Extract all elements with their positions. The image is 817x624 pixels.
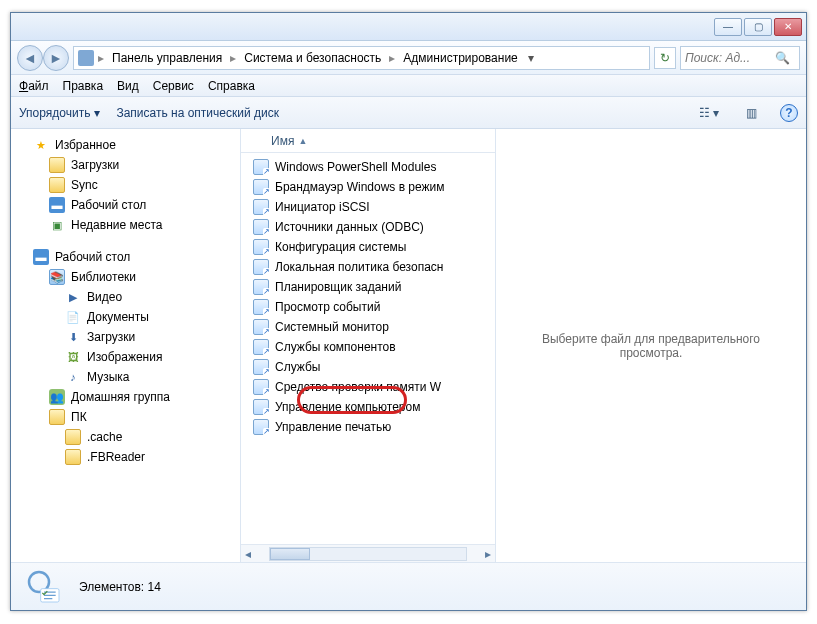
homegroup-icon: 👥 xyxy=(49,389,65,405)
sidebar-cache[interactable]: .cache xyxy=(11,427,240,447)
file-name: Управление печатью xyxy=(275,420,391,434)
refresh-button[interactable]: ↻ xyxy=(654,47,676,69)
file-item[interactable]: Источники данных (ODBC) xyxy=(241,217,495,237)
file-item[interactable]: Службы xyxy=(241,357,495,377)
sidebar-music[interactable]: ♪Музыка xyxy=(11,367,240,387)
libraries-icon: 📚 xyxy=(49,269,65,285)
shortcut-icon xyxy=(253,179,269,195)
file-item[interactable]: Брандмауэр Windows в режим xyxy=(241,177,495,197)
scroll-left-icon[interactable]: ◂ xyxy=(241,547,255,561)
file-item[interactable]: Инициатор iSCSI xyxy=(241,197,495,217)
location-icon xyxy=(78,50,94,66)
menu-view[interactable]: Вид xyxy=(117,79,139,93)
breadcrumb[interactable]: ▸ Панель управления ▸ Система и безопасн… xyxy=(73,46,650,70)
sidebar-recent[interactable]: ▣Недавние места xyxy=(11,215,240,235)
sidebar-favorites[interactable]: ★Избранное xyxy=(11,135,240,155)
file-item[interactable]: Системный монитор xyxy=(241,317,495,337)
menu-tools[interactable]: Сервис xyxy=(153,79,194,93)
back-button[interactable]: ◄ xyxy=(17,45,43,71)
file-item[interactable]: Управление компьютером xyxy=(241,397,495,417)
sidebar-video[interactable]: ▶Видео xyxy=(11,287,240,307)
file-item[interactable]: Средство проверки памяти W xyxy=(241,377,495,397)
column-header-name[interactable]: Имя▲ xyxy=(241,129,495,153)
shortcut-icon xyxy=(253,279,269,295)
preview-empty-text: Выберите файл для предварительного просм… xyxy=(516,332,786,360)
shortcut-icon xyxy=(253,319,269,335)
view-mode-button[interactable]: ☷ ▾ xyxy=(696,102,722,124)
horizontal-scrollbar[interactable]: ◂ ▸ xyxy=(241,544,495,562)
toolbar: Упорядочить ▾ Записать на оптический дис… xyxy=(11,97,806,129)
help-icon[interactable]: ? xyxy=(780,104,798,122)
menu-file[interactable]: Файл xyxy=(19,79,49,93)
sidebar-downloads[interactable]: Загрузки xyxy=(11,155,240,175)
search-icon[interactable]: 🔍 xyxy=(775,51,790,65)
chevron-right-icon[interactable]: ▸ xyxy=(387,51,397,65)
sidebar-homegroup[interactable]: 👥Домашняя группа xyxy=(11,387,240,407)
sidebar-desktop[interactable]: ▬Рабочий стол xyxy=(11,195,240,215)
file-name: Источники данных (ODBC) xyxy=(275,220,424,234)
file-item[interactable]: Планировщик заданий xyxy=(241,277,495,297)
sidebar-pc[interactable]: ПК xyxy=(11,407,240,427)
status-bar: Элементов: 14 xyxy=(11,562,806,610)
file-name: Брандмауэр Windows в режим xyxy=(275,180,445,194)
organize-button[interactable]: Упорядочить ▾ xyxy=(19,106,100,120)
breadcrumb-dropdown[interactable]: ▾ xyxy=(524,51,538,65)
file-item[interactable]: Windows PowerShell Modules xyxy=(241,157,495,177)
search-input[interactable] xyxy=(685,51,775,65)
folder-icon xyxy=(49,177,65,193)
music-icon: ♪ xyxy=(65,369,81,385)
file-item[interactable]: Просмотр событий xyxy=(241,297,495,317)
breadcrumb-item-administration[interactable]: Администрирование xyxy=(399,49,521,67)
file-name: Просмотр событий xyxy=(275,300,380,314)
burn-disc-button[interactable]: Записать на оптический диск xyxy=(116,106,279,120)
chevron-right-icon[interactable]: ▸ xyxy=(96,51,106,65)
file-list: Имя▲ Windows PowerShell ModulesБрандмауэ… xyxy=(241,129,496,562)
menu-bar: Файл Правка Вид Сервис Справка xyxy=(11,75,806,97)
file-name: Конфигурация системы xyxy=(275,240,406,254)
shortcut-icon xyxy=(253,419,269,435)
folder-icon xyxy=(65,449,81,465)
breadcrumb-item-control-panel[interactable]: Панель управления xyxy=(108,49,226,67)
sidebar-pictures[interactable]: 🖼Изображения xyxy=(11,347,240,367)
sidebar-desktop-root[interactable]: ▬Рабочий стол xyxy=(11,247,240,267)
file-item[interactable]: Локальная политика безопасн xyxy=(241,257,495,277)
navigation-pane[interactable]: ★Избранное Загрузки Sync ▬Рабочий стол ▣… xyxy=(11,129,241,562)
file-item[interactable]: Конфигурация системы xyxy=(241,237,495,257)
sidebar-fbreader[interactable]: .FBReader xyxy=(11,447,240,467)
video-icon: ▶ xyxy=(65,289,81,305)
file-item[interactable]: Службы компонентов xyxy=(241,337,495,357)
sidebar-sync[interactable]: Sync xyxy=(11,175,240,195)
download-icon: ⬇ xyxy=(65,329,81,345)
chevron-right-icon[interactable]: ▸ xyxy=(228,51,238,65)
maximize-button[interactable]: ▢ xyxy=(744,18,772,36)
shortcut-icon xyxy=(253,299,269,315)
file-name: Инициатор iSCSI xyxy=(275,200,370,214)
desktop-icon: ▬ xyxy=(49,197,65,213)
files-container[interactable]: Windows PowerShell ModulesБрандмауэр Win… xyxy=(241,153,495,544)
close-button[interactable]: ✕ xyxy=(774,18,802,36)
shortcut-icon xyxy=(253,239,269,255)
scroll-right-icon[interactable]: ▸ xyxy=(481,547,495,561)
search-box[interactable]: 🔍 xyxy=(680,46,800,70)
sort-ascending-icon: ▲ xyxy=(298,136,307,146)
shortcut-icon xyxy=(253,339,269,355)
minimize-button[interactable]: — xyxy=(714,18,742,36)
shortcut-icon xyxy=(253,359,269,375)
menu-edit[interactable]: Правка xyxy=(63,79,104,93)
document-icon: 📄 xyxy=(65,309,81,325)
file-name: Планировщик заданий xyxy=(275,280,401,294)
forward-button[interactable]: ► xyxy=(43,45,69,71)
star-icon: ★ xyxy=(33,137,49,153)
menu-help[interactable]: Справка xyxy=(208,79,255,93)
sidebar-documents[interactable]: 📄Документы xyxy=(11,307,240,327)
preview-pane: Выберите файл для предварительного просм… xyxy=(496,129,806,562)
breadcrumb-item-system-security[interactable]: Система и безопасность xyxy=(240,49,385,67)
folder-icon xyxy=(65,429,81,445)
navigation-bar: ◄ ► ▸ Панель управления ▸ Система и безо… xyxy=(11,41,806,75)
file-item[interactable]: Управление печатью xyxy=(241,417,495,437)
folder-icon xyxy=(49,157,65,173)
sidebar-downloads-lib[interactable]: ⬇Загрузки xyxy=(11,327,240,347)
sidebar-libraries[interactable]: 📚Библиотеки xyxy=(11,267,240,287)
preview-pane-button[interactable]: ▥ xyxy=(738,102,764,124)
scrollbar-thumb[interactable] xyxy=(270,548,310,560)
